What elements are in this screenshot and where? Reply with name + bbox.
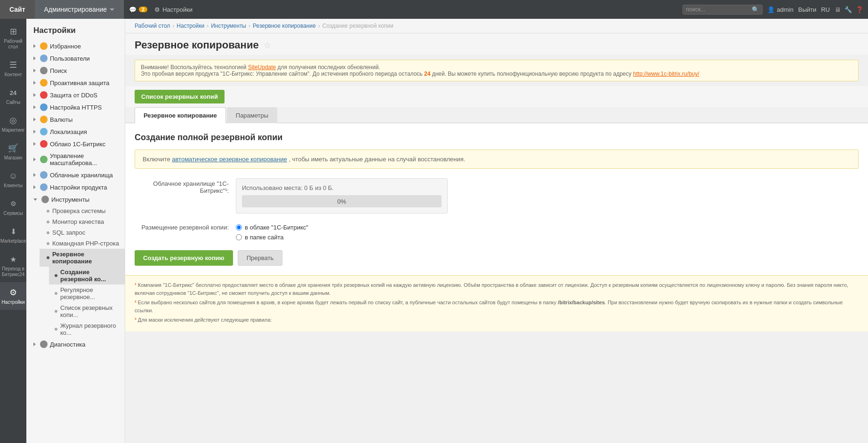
auto-backup-link[interactable]: автоматическое резервное копирование <box>172 156 287 163</box>
breadcrumb-backup[interactable]: Резервное копирование <box>253 23 316 29</box>
settings-top-button[interactable]: ⚙ Настройки <box>154 6 193 13</box>
footnote-3-num: ³ <box>135 317 137 323</box>
user-icon: 👤 <box>767 6 775 13</box>
services-label: Сервисы <box>3 211 23 216</box>
sidebar-item-content[interactable]: ☰ Контент <box>0 55 26 82</box>
sidebar-item-services[interactable]: ⚙ Сервисы <box>0 193 26 221</box>
sidebar-item-cloud[interactable]: Облако 1С-Битрикс <box>26 138 125 150</box>
placement-cloud-radio[interactable] <box>236 224 242 230</box>
sidebar-item-users[interactable]: Пользователи <box>26 52 125 64</box>
search-box[interactable]: 🔍 <box>683 5 763 15</box>
content-icon: ☰ <box>8 59 19 71</box>
placement-value: в облаке "1С-Битрикс" в папке сайта <box>236 222 859 241</box>
placement-cloud-option[interactable]: в облаке "1С-Битрикс" <box>236 224 859 231</box>
sidebar-sub-list[interactable]: Список резервных копи... <box>49 302 125 320</box>
tabs-container: Резервное копирование Параметры <box>125 107 868 123</box>
tools-icon <box>41 196 49 203</box>
sidebar-sub-sql[interactable]: SQL запрос <box>40 227 125 238</box>
list-backups-button[interactable]: Список резервных копий <box>135 90 225 103</box>
currency-icon <box>40 116 48 123</box>
marketplace-label: Marketplace <box>0 238 26 244</box>
info-text-part1: Включите <box>143 156 172 163</box>
breadcrumb-desktop[interactable]: Рабочий стол <box>135 23 170 29</box>
cloud-icon <box>40 140 48 148</box>
placement-folder-option[interactable]: в папке сайта <box>236 234 859 241</box>
backup-label: Резервное копирование <box>52 251 120 265</box>
sidebar-item-tools[interactable]: Инструменты <box>26 193 125 206</box>
diagnostics-arrow <box>33 342 36 346</box>
sidebar-item-bitrix24[interactable]: ★ Переход в Битрикс24 <box>0 249 26 282</box>
search-icon: 🔍 <box>752 6 759 13</box>
sidebar-item-currency[interactable]: Валюты <box>26 113 125 126</box>
messages-button[interactable]: 💬 2 <box>129 6 147 13</box>
product-icon <box>40 183 48 191</box>
journal-label: Журнал резервного ко... <box>60 322 120 336</box>
sidebar-sub-backup[interactable]: Резервное копирование <box>40 249 125 267</box>
sidebar-item-desktop[interactable]: ⊞ Рабочий стол <box>0 21 26 55</box>
sidebar-item-settings[interactable]: ⚙ Настройки <box>0 282 26 310</box>
sidebar-item-diagnostics[interactable]: Диагностика <box>26 338 125 350</box>
alert-siteupdate-link[interactable]: SiteUpdate <box>248 64 276 71</box>
sidebar-sub-syscheck[interactable]: Проверка системы <box>40 206 125 216</box>
main-content: Создание полной резервной копии Включите… <box>125 123 868 275</box>
progress-bar-label: 0% <box>338 198 346 205</box>
sidebar-item-sites[interactable]: 24 Сайты <box>0 82 26 110</box>
placement-folder-radio[interactable] <box>236 234 242 240</box>
footer-notes: ¹ Компания "1С-Битрикс" бесплатно предос… <box>125 275 868 332</box>
tab-params[interactable]: Параметры <box>227 107 277 123</box>
content-wrapper: Рабочий стол › Настройки › Инструменты ›… <box>125 19 868 443</box>
cloudstorage-label: Облачные хранилища <box>50 172 113 179</box>
search-input[interactable] <box>686 6 752 13</box>
breadcrumb-sep4: › <box>318 23 320 29</box>
sidebar-item-shop[interactable]: 🛒 Магазин <box>0 138 26 166</box>
cloud-storage-value: Использовано места: 0 Б из 0 Б. 0% <box>236 178 859 214</box>
placement-row: Размещение резервной копии: в облаке "1С… <box>135 222 859 241</box>
exit-button[interactable]: Выйти <box>798 6 817 13</box>
tools-submenu: Проверка системы Монитор качества SQL за… <box>26 206 125 338</box>
sidebar-sub-create[interactable]: Создание резервной ко... <box>49 267 125 285</box>
sidebar-item-clients[interactable]: ☺ Клиенты <box>0 166 26 193</box>
breadcrumb-current: Создание резервной копии <box>322 23 394 29</box>
settings-sidebar: Настройки Избранное Пользователи Поиск П… <box>26 19 125 443</box>
sidebar-item-cloudstorage[interactable]: Облачные хранилища <box>26 169 125 181</box>
sidebar-item-product[interactable]: Настройки продукта <box>26 181 125 193</box>
sidebar-sub-journal[interactable]: Журнал резервного ко... <box>49 320 125 338</box>
shop-label: Магазин <box>4 155 23 161</box>
sidebar-sub-schedule[interactable]: Регулярное резервное... <box>49 285 125 302</box>
main-layout: ⊞ Рабочий стол ☰ Контент 24 Сайты ◎ Марк… <box>0 19 868 443</box>
sidebar-item-locale[interactable]: Локализация <box>26 126 125 138</box>
shop-icon: 🛒 <box>8 142 19 154</box>
tab-backup[interactable]: Резервное копирование <box>135 107 226 123</box>
sidebar-item-search[interactable]: Поиск <box>26 64 125 77</box>
settings-sidebar-icon: ⚙ <box>8 287 19 298</box>
sidebar-sub-cmdphp[interactable]: Командная PHP-строка <box>40 238 125 249</box>
marketplace-icon: ⬇ <box>8 226 19 237</box>
breadcrumb-tools[interactable]: Инструменты <box>211 23 246 29</box>
scrollable-content: Внимание! Воспользуйтесь технологией Sit… <box>125 55 868 443</box>
alert-buy-link[interactable]: http://www.1c-bitrix.ru/buy/ <box>633 71 699 77</box>
site-button[interactable]: Сайт <box>0 0 35 19</box>
sidebar-item-https[interactable]: Настройка HTTPS <box>26 101 125 113</box>
create-backup-button[interactable]: Создать резервную копию <box>135 250 233 266</box>
sidebar-item-ddos[interactable]: Защита от DDoS <box>26 89 125 101</box>
favorites-label: Избранное <box>50 43 81 50</box>
breadcrumb-sep2: › <box>207 23 209 29</box>
sidebar-item-scale[interactable]: Управление масштабирова... <box>26 150 125 169</box>
https-label: Настройка HTTPS <box>50 104 102 111</box>
create-dot <box>55 274 57 277</box>
sidebar-item-marketplace[interactable]: ⬇ Marketplace <box>0 221 26 249</box>
ddos-label: Защита от DDoS <box>50 92 97 99</box>
admin-button[interactable]: Администрирование <box>35 0 125 19</box>
section-title: Создание полной резервной копии <box>135 133 859 142</box>
cmdphp-dot <box>47 242 49 245</box>
sidebar-item-favorites[interactable]: Избранное <box>26 40 125 52</box>
breadcrumb-settings[interactable]: Настройки <box>177 23 204 29</box>
sidebar-item-proactive[interactable]: Проактивная защита <box>26 77 125 89</box>
sidebar-item-marketing[interactable]: ◎ Маркетинг <box>0 110 26 138</box>
favorite-star-icon[interactable]: ☆ <box>264 40 271 50</box>
sidebar-sub-qualmon[interactable]: Монитор качества <box>40 216 125 227</box>
footnote-1-num: ¹ <box>135 282 137 288</box>
desktop-icon: ⊞ <box>8 26 19 37</box>
cancel-button[interactable]: Прервать <box>238 250 282 266</box>
lang-button[interactable]: RU <box>821 6 830 13</box>
